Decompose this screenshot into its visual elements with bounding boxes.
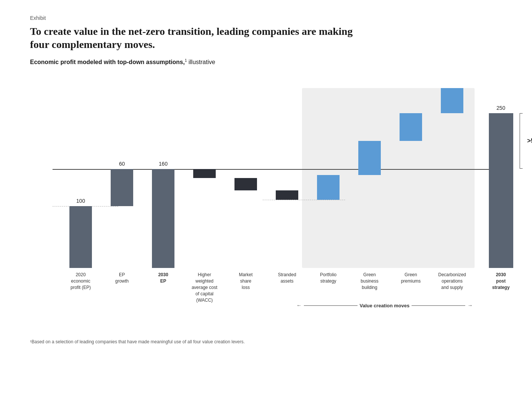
bar-post2030 [489, 113, 513, 268]
bar-ep_growth [111, 169, 133, 206]
bar-value-label-post2030: 250 [490, 105, 512, 111]
bar-value-label-ep_growth: 60 [111, 161, 133, 167]
annotation-50pct: >50% [520, 113, 532, 169]
x-label-stranded: Strandedassets [270, 272, 304, 284]
bar-green_biz [358, 141, 381, 175]
x-label-green_biz: Greenbusinessbuilding [353, 272, 386, 290]
bracket-vertical-line [520, 113, 520, 169]
bar-decarb [441, 88, 463, 113]
chart-inner: 100601602502020economicprofit (EP)EPgrow… [30, 77, 532, 313]
x-label-green_prem: Greenpremiums [394, 272, 428, 284]
x-label-ep2020: 2020economicprofit (EP) [64, 272, 98, 290]
main-title: To create value in the net-zero transiti… [30, 25, 368, 51]
bracket-top-tick [520, 113, 523, 114]
bar-wacc [193, 169, 216, 178]
x-label-wacc: Higherweightedaverage costof capital(WAC… [188, 272, 221, 303]
bar-value-label-ep2020: 100 [69, 198, 92, 204]
bracket-bottom-tick [520, 168, 523, 169]
x-label-ep_growth: EPgrowth [105, 272, 139, 284]
arrow-left-icon: ← [296, 302, 302, 308]
x-label-decarb: Decarbonizedoperationsand supply [435, 272, 469, 290]
arrow-right-icon: → [467, 302, 473, 308]
arrow-line-right [412, 305, 465, 306]
bar-green_prem [400, 113, 422, 141]
subtitle-rest: illustrative [187, 59, 215, 65]
bar-portfolio [317, 175, 340, 200]
exhibit-label: Exhibit [30, 15, 502, 21]
subtitle-bold: Economic profit modeled with top-down as… [30, 59, 185, 65]
bar-ep2030 [152, 169, 174, 268]
value-creation-label: Value creation moves [360, 303, 410, 308]
bar-market_share [234, 178, 257, 190]
bar-stranded [276, 190, 298, 200]
chart-container: 100601602502020economicprofit (EP)EPgrow… [30, 77, 502, 302]
arrow-line-left [304, 305, 358, 306]
dashed-line [263, 200, 345, 200]
annotation-50pct-text: >50% [527, 137, 532, 145]
bar-ep2020 [69, 206, 92, 268]
bar-value-label-ep2030: 160 [152, 161, 174, 167]
x-label-portfolio: Portfoliostrategy [311, 272, 345, 284]
value-creation-arrow: ←Value creation moves→ [296, 302, 473, 308]
footnote: ¹Based on a selection of leading compani… [30, 339, 502, 344]
x-label-ep2030: 2030EP [146, 272, 180, 284]
x-label-post2030: 2030poststrategy [484, 272, 518, 290]
subtitle: Economic profit modeled with top-down as… [30, 58, 502, 66]
x-label-market_share: Marketshareloss [229, 272, 263, 290]
